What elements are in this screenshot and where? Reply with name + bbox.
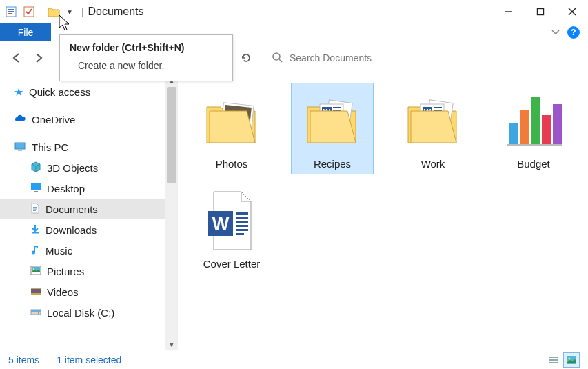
navigation-pane: ★ Quick access OneDrive This PC 3D Objec… [0, 74, 178, 350]
back-button[interactable] [8, 50, 25, 66]
nav-this-pc[interactable]: This PC [0, 137, 178, 157]
svg-rect-3 [8, 13, 12, 14]
svg-rect-55 [553, 104, 562, 144]
svg-point-9 [273, 53, 280, 60]
nav-downloads[interactable]: Downloads [0, 219, 178, 240]
forward-button[interactable] [30, 50, 47, 66]
svg-rect-65 [549, 357, 551, 358]
svg-rect-25 [31, 293, 41, 295]
nav-quick-access[interactable]: ★ Quick access [0, 81, 178, 102]
item-budget[interactable]: Budget [492, 83, 575, 174]
search-placeholder: Search Documents [290, 52, 372, 63]
item-label: Work [421, 158, 445, 170]
picture-icon [30, 266, 41, 277]
close-button[interactable] [556, 0, 588, 23]
maximize-button[interactable] [525, 0, 556, 23]
svg-point-22 [33, 268, 34, 269]
svg-rect-69 [549, 362, 551, 363]
view-largeicons-button[interactable] [563, 352, 580, 368]
item-cover-letter[interactable]: W Cover Letter [190, 183, 273, 275]
item-work[interactable]: W Work [392, 83, 474, 174]
svg-rect-62 [236, 225, 248, 227]
svg-rect-70 [551, 362, 558, 363]
svg-rect-60 [236, 217, 248, 219]
nav-label: Desktop [47, 183, 85, 195]
scroll-track[interactable] [165, 87, 178, 338]
svg-rect-11 [15, 143, 25, 149]
video-icon [30, 286, 41, 298]
cloud-icon [14, 114, 26, 126]
ribbon-expand-chevron-icon[interactable] [551, 28, 560, 37]
svg-rect-6 [538, 9, 544, 15]
scroll-thumb[interactable] [167, 87, 176, 183]
window-title: Documents [88, 6, 144, 18]
svg-rect-1 [8, 9, 14, 10]
title-bar: ▼ | Documents [0, 0, 588, 23]
svg-line-10 [279, 59, 282, 62]
svg-rect-35 [333, 107, 341, 108]
status-item-count: 5 items [8, 355, 39, 366]
refresh-button[interactable] [236, 52, 256, 63]
pc-icon [14, 141, 26, 153]
item-label: Recipes [314, 158, 351, 170]
word-file-icon: W [199, 188, 265, 254]
svg-rect-18 [32, 232, 39, 234]
svg-rect-13 [31, 183, 41, 190]
svg-rect-16 [33, 208, 37, 209]
svg-rect-64 [236, 233, 244, 235]
nav-documents[interactable]: Documents [0, 199, 178, 219]
scroll-down-arrow-icon[interactable]: ▼ [165, 338, 178, 350]
minimize-button[interactable] [493, 0, 525, 23]
item-recipes[interactable]: W Recipes [291, 83, 374, 174]
nav-label: Quick access [29, 86, 90, 98]
desktop-icon [30, 183, 41, 195]
nav-label: Music [45, 245, 72, 257]
status-separator [48, 355, 48, 366]
svg-rect-67 [549, 359, 551, 361]
navpane-scrollbar[interactable]: ▲ ▼ [165, 74, 178, 350]
svg-text:W: W [212, 213, 230, 234]
search-box[interactable]: Search Documents [262, 47, 580, 69]
svg-rect-12 [18, 150, 22, 151]
star-icon: ★ [14, 86, 23, 99]
disk-icon [30, 307, 41, 319]
svg-rect-14 [34, 191, 38, 192]
qat-dropdown-caret-icon[interactable]: ▼ [66, 8, 73, 16]
folder-work-icon: W [400, 88, 466, 154]
tooltip-title: New folder (Ctrl+Shift+N) [70, 42, 223, 53]
content-area[interactable]: Photos W Recipes [178, 74, 588, 350]
nav-label: 3D Objects [47, 162, 98, 174]
svg-rect-54 [542, 115, 551, 144]
qat-check-icon[interactable] [22, 5, 36, 19]
chart-icon [500, 88, 567, 154]
nav-label: Pictures [47, 266, 84, 277]
svg-rect-52 [520, 110, 529, 144]
item-photos[interactable]: Photos [190, 83, 273, 174]
svg-rect-61 [236, 221, 248, 223]
item-label: Budget [517, 158, 550, 170]
nav-pictures[interactable]: Pictures [0, 261, 178, 281]
cube-icon [30, 161, 41, 174]
svg-rect-45 [434, 107, 442, 108]
svg-rect-17 [33, 210, 36, 211]
nav-desktop[interactable]: Desktop [0, 178, 178, 199]
tooltip-body: Create a new folder. [70, 60, 223, 71]
qat-newfolder-icon[interactable] [47, 5, 61, 19]
item-label: Photos [216, 158, 248, 170]
help-button[interactable]: ? [567, 26, 580, 39]
file-tab[interactable]: File [0, 23, 51, 41]
qat-properties-icon[interactable] [4, 5, 18, 19]
nav-3d-objects[interactable]: 3D Objects [0, 157, 178, 178]
nav-local-disk[interactable]: Local Disk (C:) [0, 302, 178, 323]
tooltip-new-folder: New folder (Ctrl+Shift+N) Create a new f… [59, 34, 233, 81]
svg-point-19 [32, 250, 35, 254]
svg-rect-2 [8, 11, 14, 12]
nav-onedrive[interactable]: OneDrive [0, 109, 178, 130]
nav-music[interactable]: Music [0, 240, 178, 261]
music-icon [30, 244, 40, 257]
view-details-button[interactable] [545, 352, 562, 368]
nav-videos[interactable]: Videos [0, 281, 178, 302]
nav-label: Local Disk (C:) [47, 307, 114, 319]
svg-rect-53 [531, 97, 540, 144]
document-icon [30, 203, 40, 216]
